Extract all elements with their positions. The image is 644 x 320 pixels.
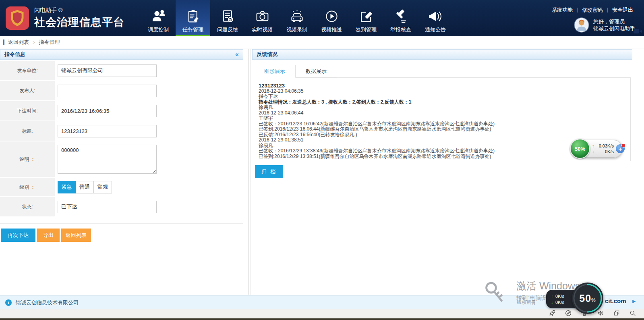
nav-item-notice[interactable]: 通知公告 xyxy=(418,0,453,36)
publisher-input[interactable] xyxy=(58,85,157,97)
nav-label: 问题反馈 xyxy=(217,26,238,33)
net-speed-widget: 50% ↑ 0.03K/s ↓ 0K/s + xyxy=(572,140,622,158)
window-restore-icon[interactable] xyxy=(613,310,620,317)
upload-speed: 0.03K/s xyxy=(596,143,614,149)
archive-button[interactable]: 归 档 xyxy=(255,165,283,178)
timeline-line: 已签到:2016/12/23 16:06:44(新疆维吾尔自治区乌鲁木齐市水磨沟… xyxy=(259,127,626,132)
nav-item-video-push[interactable]: 视频推送 xyxy=(314,0,349,36)
instruction-panel-title: 指令信息 xyxy=(4,51,25,58)
form-row-description: 说明 ： 000000 xyxy=(0,141,243,178)
timeline-line: 2016-12-29 01:38:51 xyxy=(259,137,626,143)
collapse-panel-icon[interactable]: « xyxy=(235,51,239,58)
breadcrumb-back-link[interactable]: 返回列表 xyxy=(8,39,29,46)
export-button[interactable]: 导出 xyxy=(37,229,60,242)
download-arrow-icon: ↓ xyxy=(551,300,555,305)
net-widget-plus-button[interactable]: + xyxy=(616,144,625,153)
panel-divider xyxy=(248,49,249,295)
level-option-normal[interactable]: 普通 xyxy=(76,181,94,193)
breadcrumb: 返回列表 > 指令管理 xyxy=(0,36,644,48)
level-segmented-control: 紧急 普通 常规 xyxy=(58,181,112,193)
feedback-panel-title: 反馈情况 xyxy=(257,51,277,58)
form-row-title: 标题: xyxy=(0,121,243,141)
rocket-icon[interactable] xyxy=(549,310,556,317)
nav-item-live-video[interactable]: 实时视频 xyxy=(245,0,280,36)
change-password-link[interactable]: 修改密码 xyxy=(578,6,607,14)
footer-domain-link[interactable]: cit.com xyxy=(605,297,626,304)
dispatch-people-icon xyxy=(151,9,166,24)
logout-link[interactable]: 安全退出 xyxy=(608,6,638,14)
feedback-panel-header: 反馈情况 xyxy=(252,49,632,60)
nav-item-task-management[interactable]: 任务管理 xyxy=(176,0,210,36)
nav-label: 视频推送 xyxy=(321,26,342,33)
nav-label: 任务管理 xyxy=(182,26,203,33)
nav-item-dispatch-control[interactable]: 调度控制 xyxy=(141,0,176,36)
timeline-line: 123123123 xyxy=(259,83,626,89)
nav-label: 举报核查 xyxy=(390,26,411,33)
form-row-level: 级别 ： 紧急 普通 常规 xyxy=(0,178,243,197)
top-links: 系统功能 修改密码 安全退出 xyxy=(547,6,638,14)
avatar xyxy=(574,17,589,33)
user-info[interactable]: 您好，管理员 锦诚云创闪电助手 xyxy=(574,17,638,33)
bottom-percent-label: 50% xyxy=(572,283,603,314)
back-to-list-button[interactable]: 返回列表 xyxy=(61,229,91,242)
feedback-tabs: 图形展示 数据展示 xyxy=(254,65,632,77)
camera-overlay-icon xyxy=(634,28,642,34)
nav-label: 签到管理 xyxy=(356,26,377,33)
percent-value: 50 xyxy=(579,293,591,304)
key-icon xyxy=(483,281,504,304)
field-label: 下达时间: xyxy=(0,101,55,121)
search-icon[interactable] xyxy=(629,310,636,317)
screen: 闪电助手 ® 社会治理信息平台 调度控制 xyxy=(0,0,644,320)
instruction-panel: 指令信息 « 发布单位: 发布人: 下达时间: 标题: xyxy=(0,49,243,242)
tab-graph-view[interactable]: 图形展示 xyxy=(254,65,296,78)
footer-arrow-icon[interactable]: ▶ xyxy=(632,299,636,304)
download-arrow-icon: ↓ xyxy=(592,149,596,154)
edit-square-icon xyxy=(359,9,374,24)
car-icon xyxy=(290,9,304,24)
level-option-regular[interactable]: 常规 xyxy=(94,181,112,193)
megaphone-icon xyxy=(428,9,443,24)
footer-company: 锦诚云创信息技术有限公司 xyxy=(16,299,79,306)
nav-item-video-record[interactable]: 视频录制 xyxy=(280,0,314,36)
timeline-line: 2016-12-23 04:06:44 xyxy=(259,110,626,116)
task-clipboard-icon xyxy=(186,9,201,24)
feedback-document-icon xyxy=(220,9,235,24)
taskbar-edge xyxy=(0,318,644,320)
greeting-line1: 您好，管理员 xyxy=(593,18,635,25)
breadcrumb-current: 指令管理 xyxy=(39,39,60,46)
bottom-toolbar-strip xyxy=(0,309,644,318)
publish-unit-input[interactable] xyxy=(58,64,157,77)
timeline-line: 指令下达 xyxy=(259,94,626,100)
nav-item-checkin-management[interactable]: 签到管理 xyxy=(349,0,383,36)
upload-arrow-icon: ↑ xyxy=(551,294,555,299)
edit-circle-icon[interactable] xyxy=(565,310,572,317)
timeline-line: 已签收：2016/12/23 16:06:42(新疆维吾尔自治区乌鲁木齐市水磨沟… xyxy=(259,121,626,127)
bottom-percent-ball[interactable]: 50% xyxy=(572,283,603,314)
instruction-form: 发布单位: 发布人: 下达时间: 标题: 说明 ： 000000 xyxy=(0,61,243,224)
nav-item-report-check[interactable]: 举报核查 xyxy=(383,0,418,36)
nav-label: 调度控制 xyxy=(148,26,169,33)
system-functions-link[interactable]: 系统功能 xyxy=(547,6,577,14)
field-label: 级别 ： xyxy=(0,178,55,196)
instruction-panel-header: 指令信息 « xyxy=(0,49,243,60)
bottom-download-speed: 0K/s xyxy=(555,300,564,305)
play-circle-icon xyxy=(324,9,339,24)
status-input[interactable] xyxy=(58,201,157,213)
issue-time-input[interactable] xyxy=(58,105,157,117)
form-row-status: 状态: xyxy=(0,197,243,217)
upload-arrow-icon: ↑ xyxy=(592,143,596,149)
bottom-upload-speed: 0K/s xyxy=(555,294,564,299)
level-option-urgent[interactable]: 紧急 xyxy=(58,181,76,193)
field-label: 状态: xyxy=(0,197,55,216)
main-content: 指令信息 « 发布单位: 发布人: 下达时间: 标题: xyxy=(0,48,644,295)
field-label: 说明 ： xyxy=(0,141,55,177)
description-textarea[interactable]: 000000 xyxy=(58,145,157,174)
title-input[interactable] xyxy=(58,125,157,137)
reissue-button[interactable]: 再次下达 xyxy=(1,229,35,242)
tab-data-view[interactable]: 数据展示 xyxy=(296,65,337,78)
app-logo-shield-icon xyxy=(6,6,29,30)
net-speed-ball[interactable]: 50% xyxy=(570,139,590,159)
field-label: 标题: xyxy=(0,121,55,141)
nav-item-issue-feedback[interactable]: 问题反馈 xyxy=(210,0,245,36)
greeting: 您好，管理员 锦诚云创闪电助手 xyxy=(593,18,635,32)
